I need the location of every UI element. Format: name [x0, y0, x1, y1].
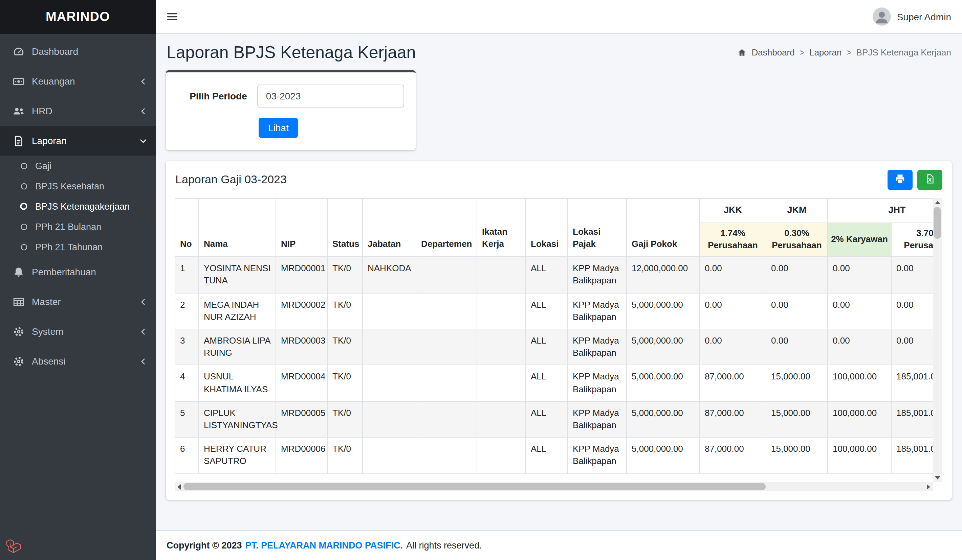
sidebar-item-label: PPh 21 Tahunan [35, 242, 103, 252]
topbar: Super Admin [156, 0, 962, 34]
sidebar-item-pemberitahuan[interactable]: Pemberitahuan [0, 257, 156, 287]
scroll-up-arrow[interactable] [933, 198, 942, 207]
cell-departemen [416, 401, 477, 438]
scroll-down-arrow[interactable] [933, 473, 942, 482]
cell-nama: USNUL KHATIMA ILYAS [199, 365, 276, 401]
cell-nama: MEGA INDAH NUR AZIZAH [199, 293, 276, 329]
sidebar-item-master[interactable]: Master [0, 287, 156, 317]
breadcrumb-laporan[interactable]: Laporan [809, 47, 841, 58]
cell-status: TK/0 [327, 437, 363, 473]
cell-lokasi-pajak: KPP Madya Balikpapan [568, 293, 626, 329]
home-icon [738, 48, 747, 57]
vertical-scrollbar[interactable] [933, 198, 942, 482]
report-table: No Nama NIP Status Jabatan Departemen Ik… [175, 198, 933, 474]
sidebar-item-gaji[interactable]: Gaji [0, 156, 156, 176]
col-header-no: No [175, 198, 199, 257]
horizontal-scrollbar-thumb[interactable] [184, 483, 766, 490]
hamburger-menu-button[interactable] [166, 11, 178, 23]
cell-gaji-pokok: 5,000,000.00 [626, 401, 700, 438]
print-button[interactable] [888, 170, 913, 190]
chevron-left-icon [139, 297, 148, 306]
horizontal-scrollbar[interactable] [175, 482, 933, 491]
cell-ikatan-kerja [477, 437, 526, 473]
avatar [873, 8, 891, 26]
scroll-right-arrow[interactable] [924, 482, 933, 491]
cell-jkk-perusahaan: 0.00 [700, 293, 766, 329]
sidebar-item-label: HRD [32, 106, 52, 116]
cell-jabatan [363, 329, 416, 365]
report-table-scroll-area[interactable]: No Nama NIP Status Jabatan Departemen Ik… [175, 198, 933, 482]
circle-icon [18, 162, 30, 169]
sidebar: MARINDO Dashboard Keuangan [0, 0, 156, 560]
sidebar-item-label: BPJS Ketenagakerjaan [35, 201, 130, 211]
sidebar-item-bpjs-ketenagakerjaan[interactable]: BPJS Ketenagakerjaan [0, 196, 156, 216]
sidebar-item-pph21-bulanan[interactable]: PPh 21 Bulanan [0, 216, 156, 237]
col-header-lokasi-pajak: Lokasi Pajak [568, 198, 626, 257]
cell-lokasi: ALL [526, 293, 568, 329]
cell-no: 4 [175, 365, 199, 401]
cell-nama: HERRY CATUR SAPUTRO [199, 437, 276, 473]
dashboard-icon [11, 46, 26, 57]
sidebar-item-label: Pemberitahuan [32, 267, 96, 277]
app: MARINDO Dashboard Keuangan [0, 0, 962, 560]
printer-icon [895, 174, 905, 186]
cell-nip: MRD00002 [276, 293, 327, 329]
cell-nip: MRD00006 [276, 437, 327, 473]
table-row: 1 YOSINTA NENSI TUNA MRD00001 TK/0 NAHKO… [175, 257, 933, 293]
file-excel-icon [925, 174, 935, 186]
scroll-left-arrow[interactable] [175, 482, 184, 491]
cell-lokasi-pajak: KPP Madya Balikpapan [568, 257, 626, 293]
col-header-nama: Nama [199, 198, 276, 257]
brand-link[interactable]: MARINDO [0, 0, 156, 34]
cell-jkk-perusahaan: 87,000.00 [700, 365, 766, 401]
laravel-logo-icon [5, 539, 22, 557]
breadcrumb: Dashboard > Laporan > BPJS Ketenaga Kerj… [738, 47, 951, 58]
user-menu[interactable]: Super Admin [873, 8, 951, 26]
sidebar-item-dashboard[interactable]: Dashboard [0, 37, 156, 66]
page-title: Laporan BPJS Ketenaga Kerjaan [166, 43, 416, 62]
table-row: 4 USNUL KHATIMA ILYAS MRD00004 TK/0 ALL … [175, 365, 933, 401]
cell-gaji-pokok: 5,000,000.00 [626, 365, 700, 401]
breadcrumb-dashboard[interactable]: Dashboard [752, 47, 795, 58]
sidebar-item-pph21-tahunan[interactable]: PPh 21 Tahunan [0, 237, 156, 257]
cell-lokasi-pajak: KPP Madya Balikpapan [568, 401, 626, 438]
sidebar-item-absensi[interactable]: Absensi [0, 346, 156, 376]
sidebar-item-label: Gaji [35, 161, 52, 171]
sidebar-item-bpjs-kesehatan[interactable]: BPJS Kesehatan [0, 176, 156, 196]
group-header-jht: JHT [828, 198, 933, 223]
excel-button[interactable] [917, 170, 943, 190]
cell-gaji-pokok: 12,000,000.00 [626, 257, 700, 293]
table-icon [11, 296, 26, 307]
cell-jht-perusahaan: 0.00 [891, 293, 933, 329]
footer-company-link[interactable]: PT. PELAYARAN MARINDO PASIFIC. [245, 541, 403, 550]
sidebar-item-keuangan[interactable]: Keuangan [0, 66, 156, 96]
sidebar-item-laporan[interactable]: Laporan [0, 126, 156, 156]
cell-jht-perusahaan: 0.00 [891, 329, 933, 365]
table-row: 5 CIPLUK LISTYANINGTYAS MRD00005 TK/0 AL… [175, 401, 933, 438]
periode-form-row: Pilih Periode [178, 85, 404, 108]
cell-jkm-perusahaan: 15,000.00 [766, 365, 828, 401]
periode-input[interactable] [257, 85, 404, 108]
cell-departemen [416, 293, 477, 329]
cell-departemen [416, 329, 477, 365]
cell-status: TK/0 [327, 329, 363, 365]
chevron-down-icon [139, 136, 148, 145]
sidebar-item-system[interactable]: System [0, 317, 156, 346]
circle-icon [18, 202, 30, 210]
cell-no: 6 [175, 437, 199, 473]
sidebar-nav: Dashboard Keuangan HRD [0, 34, 156, 376]
cell-departemen [416, 257, 477, 293]
lihat-button[interactable]: Lihat [258, 117, 298, 138]
table-row: 6 HERRY CATUR SAPUTRO MRD00006 TK/0 ALL … [175, 437, 933, 473]
sidebar-item-hrd[interactable]: HRD [0, 96, 156, 126]
report-card-header: Laporan Gaji 03-2023 [166, 161, 952, 198]
report-card: Laporan Gaji 03-2023 [166, 161, 952, 500]
periode-label: Pilih Periode [178, 91, 257, 101]
circle-icon [18, 243, 30, 251]
footer: Copyright © 2023 PT. PELAYARAN MARINDO P… [156, 530, 962, 560]
subcol-header-jkm-perusahaan: 0.30% Perusahaan [766, 223, 828, 257]
sidebar-item-label: Absensi [32, 356, 66, 367]
cell-nama: YOSINTA NENSI TUNA [199, 257, 276, 293]
vertical-scrollbar-thumb[interactable] [934, 207, 941, 239]
user-name: Super Admin [897, 11, 951, 22]
